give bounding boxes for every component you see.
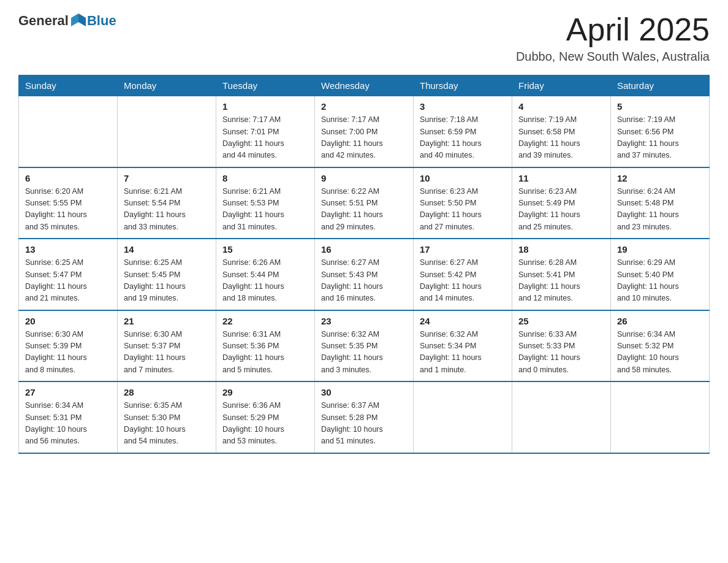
day-info: Sunrise: 6:36 AM Sunset: 5:29 PM Dayligh… [222,400,308,448]
calendar-day-cell: 29Sunrise: 6:36 AM Sunset: 5:29 PM Dayli… [216,381,315,453]
calendar-week-row: 13Sunrise: 6:25 AM Sunset: 5:47 PM Dayli… [19,239,710,310]
calendar-day-cell: 24Sunrise: 6:32 AM Sunset: 5:34 PM Dayli… [414,310,512,382]
day-number: 28 [124,387,210,397]
calendar-day-cell: 20Sunrise: 6:30 AM Sunset: 5:39 PM Dayli… [19,310,118,382]
day-number: 13 [25,244,111,255]
day-info: Sunrise: 6:24 AM Sunset: 5:48 PM Dayligh… [617,186,703,234]
day-number: 27 [25,387,111,397]
day-number: 22 [222,316,308,326]
calendar-day-cell: 6Sunrise: 6:20 AM Sunset: 5:55 PM Daylig… [19,167,118,239]
day-number: 29 [222,387,308,397]
day-number: 21 [124,316,210,326]
calendar-day-cell [611,381,710,453]
calendar-day-cell: 11Sunrise: 6:23 AM Sunset: 5:49 PM Dayli… [512,167,611,239]
day-number: 6 [25,173,111,183]
calendar-day-cell: 3Sunrise: 7:18 AM Sunset: 6:59 PM Daylig… [414,96,512,167]
day-number: 9 [321,173,407,183]
day-number: 25 [518,316,604,326]
day-info: Sunrise: 6:37 AM Sunset: 5:28 PM Dayligh… [321,400,407,448]
calendar-week-row: 20Sunrise: 6:30 AM Sunset: 5:39 PM Dayli… [19,310,710,382]
calendar-day-cell: 4Sunrise: 7:19 AM Sunset: 6:58 PM Daylig… [512,96,611,167]
day-info: Sunrise: 7:19 AM Sunset: 6:58 PM Dayligh… [518,114,604,162]
day-number: 18 [518,244,604,255]
day-number: 3 [420,101,506,112]
calendar-day-cell: 23Sunrise: 6:32 AM Sunset: 5:35 PM Dayli… [315,310,414,382]
day-info: Sunrise: 6:23 AM Sunset: 5:49 PM Dayligh… [518,186,604,234]
day-info: Sunrise: 6:30 AM Sunset: 5:37 PM Dayligh… [124,329,210,377]
calendar-day-cell: 15Sunrise: 6:26 AM Sunset: 5:44 PM Dayli… [216,239,315,310]
day-info: Sunrise: 6:34 AM Sunset: 5:31 PM Dayligh… [25,400,111,448]
day-number: 14 [124,244,210,255]
calendar-table: SundayMondayTuesdayWednesdayThursdayFrid… [18,75,710,454]
day-number: 23 [321,316,407,326]
calendar-day-cell: 1Sunrise: 7:17 AM Sunset: 7:01 PM Daylig… [216,96,315,167]
day-info: Sunrise: 7:18 AM Sunset: 6:59 PM Dayligh… [420,114,506,162]
logo-flag-icon [70,12,87,29]
calendar-day-cell [512,381,611,453]
day-info: Sunrise: 7:19 AM Sunset: 6:56 PM Dayligh… [617,114,703,162]
day-info: Sunrise: 6:31 AM Sunset: 5:36 PM Dayligh… [222,329,308,377]
day-number: 4 [518,101,604,112]
day-number: 12 [617,173,703,183]
day-info: Sunrise: 6:27 AM Sunset: 5:43 PM Dayligh… [321,257,407,305]
svg-marker-0 [78,13,86,26]
day-number: 16 [321,244,407,255]
logo-general-text: General [18,13,69,29]
calendar-day-cell: 13Sunrise: 6:25 AM Sunset: 5:47 PM Dayli… [19,239,118,310]
page-header: General Blue April 2025 Dubbo, New South… [18,12,710,64]
day-number: 7 [124,173,210,183]
day-info: Sunrise: 6:27 AM Sunset: 5:42 PM Dayligh… [420,257,506,305]
calendar-header-wednesday: Wednesday [315,75,414,96]
day-info: Sunrise: 6:23 AM Sunset: 5:50 PM Dayligh… [420,186,506,234]
day-info: Sunrise: 6:33 AM Sunset: 5:33 PM Dayligh… [518,329,604,377]
day-number: 11 [518,173,604,183]
calendar-header-saturday: Saturday [611,75,710,96]
calendar-header-monday: Monday [118,75,216,96]
calendar-day-cell: 17Sunrise: 6:27 AM Sunset: 5:42 PM Dayli… [414,239,512,310]
day-info: Sunrise: 6:30 AM Sunset: 5:39 PM Dayligh… [25,329,111,377]
calendar-day-cell: 5Sunrise: 7:19 AM Sunset: 6:56 PM Daylig… [611,96,710,167]
day-info: Sunrise: 6:21 AM Sunset: 5:53 PM Dayligh… [222,186,308,234]
calendar-day-cell: 21Sunrise: 6:30 AM Sunset: 5:37 PM Dayli… [118,310,216,382]
title-block: April 2025 Dubbo, New South Wales, Austr… [516,12,710,64]
calendar-header-row: SundayMondayTuesdayWednesdayThursdayFrid… [19,75,710,96]
location-text: Dubbo, New South Wales, Australia [516,50,710,64]
day-info: Sunrise: 6:22 AM Sunset: 5:51 PM Dayligh… [321,186,407,234]
day-info: Sunrise: 6:20 AM Sunset: 5:55 PM Dayligh… [25,186,111,234]
calendar-day-cell: 27Sunrise: 6:34 AM Sunset: 5:31 PM Dayli… [19,381,118,453]
day-info: Sunrise: 6:25 AM Sunset: 5:45 PM Dayligh… [124,257,210,305]
day-info: Sunrise: 6:29 AM Sunset: 5:40 PM Dayligh… [617,257,703,305]
logo-blue-text: Blue [87,13,116,29]
day-number: 8 [222,173,308,183]
calendar-day-cell: 12Sunrise: 6:24 AM Sunset: 5:48 PM Dayli… [611,167,710,239]
day-number: 15 [222,244,308,255]
day-info: Sunrise: 6:35 AM Sunset: 5:30 PM Dayligh… [124,400,210,448]
logo: General Blue [18,12,116,29]
day-number: 24 [420,316,506,326]
calendar-header-tuesday: Tuesday [216,75,315,96]
day-info: Sunrise: 6:32 AM Sunset: 5:35 PM Dayligh… [321,329,407,377]
day-number: 30 [321,387,407,397]
day-info: Sunrise: 6:25 AM Sunset: 5:47 PM Dayligh… [25,257,111,305]
calendar-day-cell: 10Sunrise: 6:23 AM Sunset: 5:50 PM Dayli… [414,167,512,239]
calendar-day-cell: 8Sunrise: 6:21 AM Sunset: 5:53 PM Daylig… [216,167,315,239]
calendar-day-cell: 16Sunrise: 6:27 AM Sunset: 5:43 PM Dayli… [315,239,414,310]
month-title: April 2025 [516,12,710,47]
calendar-header-friday: Friday [512,75,611,96]
calendar-day-cell: 25Sunrise: 6:33 AM Sunset: 5:33 PM Dayli… [512,310,611,382]
calendar-header-sunday: Sunday [19,75,118,96]
calendar-day-cell: 22Sunrise: 6:31 AM Sunset: 5:36 PM Dayli… [216,310,315,382]
calendar-day-cell [19,96,118,167]
day-info: Sunrise: 6:26 AM Sunset: 5:44 PM Dayligh… [222,257,308,305]
calendar-week-row: 1Sunrise: 7:17 AM Sunset: 7:01 PM Daylig… [19,96,710,167]
calendar-day-cell: 26Sunrise: 6:34 AM Sunset: 5:32 PM Dayli… [611,310,710,382]
calendar-day-cell [414,381,512,453]
calendar-day-cell: 2Sunrise: 7:17 AM Sunset: 7:00 PM Daylig… [315,96,414,167]
day-info: Sunrise: 7:17 AM Sunset: 7:00 PM Dayligh… [321,114,407,162]
calendar-day-cell: 9Sunrise: 6:22 AM Sunset: 5:51 PM Daylig… [315,167,414,239]
day-number: 2 [321,101,407,112]
calendar-day-cell [118,96,216,167]
calendar-day-cell: 18Sunrise: 6:28 AM Sunset: 5:41 PM Dayli… [512,239,611,310]
day-number: 17 [420,244,506,255]
calendar-day-cell: 14Sunrise: 6:25 AM Sunset: 5:45 PM Dayli… [118,239,216,310]
